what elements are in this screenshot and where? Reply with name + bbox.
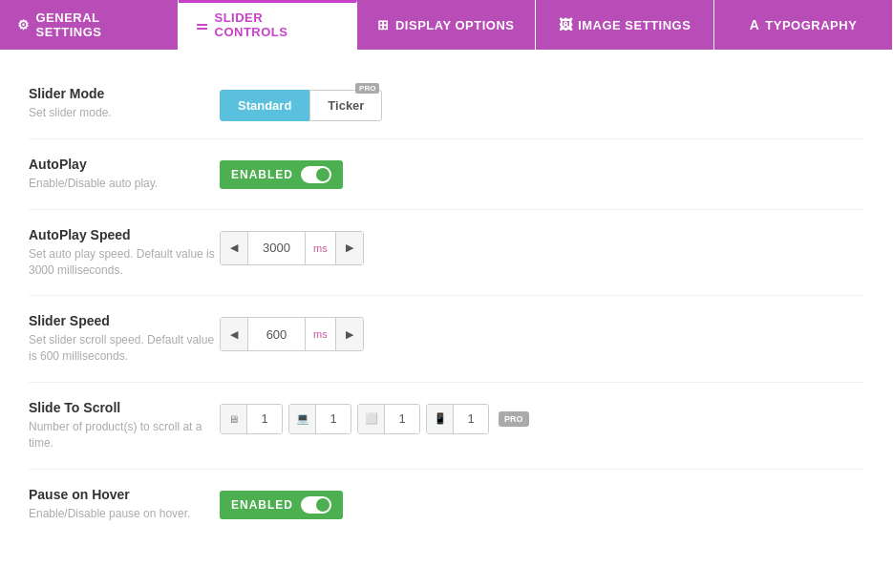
slide-scroll-pro-badge: PRO [499,411,529,427]
autoplay-control: ENABLED [220,160,343,189]
typography-icon: A [750,17,760,32]
slider-mode-control: Standard Ticker PRO [220,90,382,121]
slide-to-scroll-desc: Number of product(s) to scroll at a time… [29,419,220,452]
tab-image-label: IMAGE SETTINGS [578,18,691,32]
ticker-pro-badge: PRO [355,83,379,94]
slider-speed-desc: Set slider scroll speed. Default value i… [29,332,220,365]
slider-mode-label: Slider Mode [29,86,220,101]
slide-to-scroll-control: 🖥 💻 ⬜ 📱 PRO [220,404,529,434]
slider-mode-row: Slider Mode Set slider mode. Standard Ti… [29,69,864,139]
image-icon: 🖼 [559,17,573,32]
slider-speed-control: ◀ ms ▶ [220,317,364,351]
sliders-icon: ⚌ [196,17,209,32]
autoplay-toggle[interactable]: ENABLED [220,160,343,189]
scroll-desktop-input[interactable] [247,405,282,433]
slider-speed-row: Slider Speed Set slider scroll speed. De… [29,296,864,383]
autoplay-speed-label-col: AutoPlay Speed Set auto play speed. Defa… [29,227,220,279]
slider-mode-label-col: Slider Mode Set slider mode. [29,86,220,121]
autoplay-speed-value[interactable] [247,232,305,264]
autoplay-speed-row: AutoPlay Speed Set auto play speed. Defa… [29,210,864,297]
autoplay-speed-increment[interactable]: ▶ [336,232,363,264]
scroll-tablet: ⬜ [357,404,420,434]
scroll-laptop-input[interactable] [316,405,351,433]
tab-slider-label: SLIDER CONTROLS [215,10,340,39]
tab-navigation: ⚙ GENERAL SETTINGS ⚌ SLIDER CONTROLS ⊞ D… [0,0,893,50]
slider-mode-desc: Set slider mode. [29,105,220,121]
desktop-icon: 🖥 [221,405,247,433]
slider-speed-label: Slider Speed [29,313,220,328]
ticker-mode-button[interactable]: Ticker PRO [309,90,382,121]
autoplay-speed-decrement[interactable]: ◀ [221,232,247,264]
slider-speed-increment[interactable]: ▶ [336,318,363,350]
pause-hover-toggle-switch[interactable] [301,496,331,514]
pause-hover-control: ENABLED [220,491,343,519]
tablet-icon: ⬜ [358,405,385,433]
scroll-mobile-input[interactable] [454,405,488,433]
autoplay-speed-desc: Set auto play speed. Default value is 30… [29,246,220,279]
tab-general-label: GENERAL SETTINGS [36,10,161,39]
slider-speed-value[interactable] [247,318,305,350]
autoplay-enabled-label: ENABLED [231,168,293,181]
slide-to-scroll-label: Slide To Scroll [29,400,220,415]
scroll-tablet-input[interactable] [385,405,419,433]
pause-hover-enabled-label: ENABLED [231,498,293,512]
pause-hover-label: Pause on Hover [29,487,220,502]
pause-hover-label-col: Pause on Hover Enable/Disable pause on h… [29,487,220,522]
autoplay-speed-unit: ms [305,232,336,264]
mobile-icon: 📱 [427,405,454,433]
autoplay-label: AutoPlay [29,157,220,172]
tab-image[interactable]: 🖼 IMAGE SETTINGS [536,0,714,50]
laptop-icon: 💻 [289,405,316,433]
gear-icon: ⚙ [17,17,31,32]
scroll-mobile: 📱 [426,404,489,434]
autoplay-row: AutoPlay Enable/Disable auto play. ENABL… [29,139,864,210]
slide-to-scroll-row: Slide To Scroll Number of product(s) to … [29,383,864,470]
tab-display-label: DISPLAY OPTIONS [395,18,515,32]
autoplay-toggle-switch[interactable] [301,166,331,183]
grid-icon: ⊞ [377,17,390,32]
slider-mode-btn-group: Standard Ticker PRO [220,90,382,121]
tab-display[interactable]: ⊞ DISPLAY OPTIONS [357,0,536,50]
tab-general[interactable]: ⚙ GENERAL SETTINGS [0,0,179,50]
autoplay-desc: Enable/Disable auto play. [29,176,220,192]
pause-hover-toggle[interactable]: ENABLED [220,491,343,519]
ticker-label: Ticker [328,98,364,113]
autoplay-label-col: AutoPlay Enable/Disable auto play. [29,157,220,192]
scroll-laptop: 💻 [288,404,351,434]
pause-hover-row: Pause on Hover Enable/Disable pause on h… [29,470,864,539]
slider-speed-spinner: ◀ ms ▶ [220,317,364,351]
scroll-controls-group: 🖥 💻 ⬜ 📱 PRO [220,404,529,434]
settings-content: Slider Mode Set slider mode. Standard Ti… [0,50,893,557]
tab-typography[interactable]: A TYPOGRAPHY [714,0,893,50]
standard-mode-button[interactable]: Standard [220,90,309,121]
slider-speed-unit: ms [305,318,336,350]
autoplay-speed-label: AutoPlay Speed [29,227,220,242]
scroll-desktop: 🖥 [220,404,283,434]
tab-slider[interactable]: ⚌ SLIDER CONTROLS [179,0,357,50]
pause-hover-desc: Enable/Disable pause on hover. [29,506,220,522]
autoplay-speed-spinner: ◀ ms ▶ [220,231,364,265]
tab-typography-label: TYPOGRAPHY [765,18,857,32]
slider-speed-decrement[interactable]: ◀ [221,318,247,350]
autoplay-speed-control: ◀ ms ▶ [220,231,364,265]
slide-to-scroll-label-col: Slide To Scroll Number of product(s) to … [29,400,220,452]
slider-speed-label-col: Slider Speed Set slider scroll speed. De… [29,313,220,365]
